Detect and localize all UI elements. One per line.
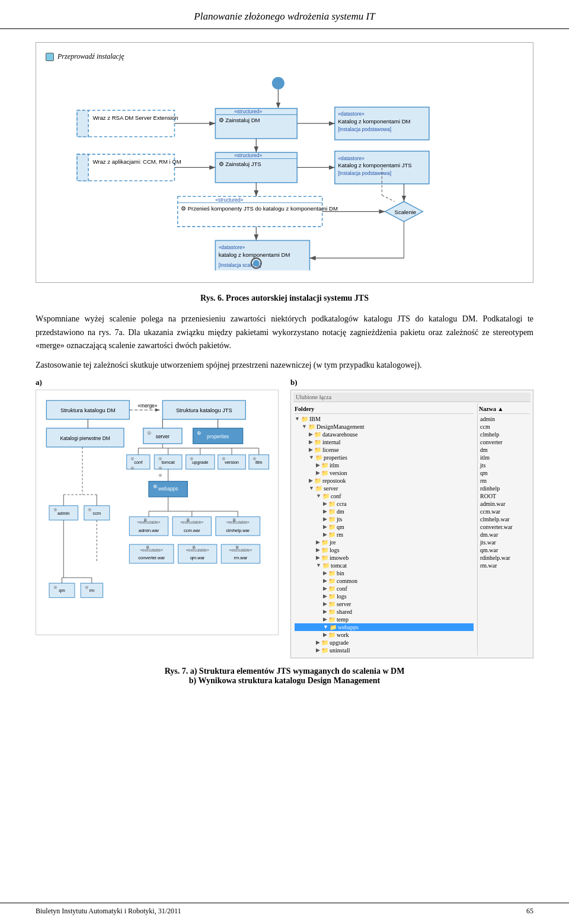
- list-item[interactable]: ▶ 📁 license: [295, 446, 474, 454]
- expand-icon[interactable]: ▶: [309, 447, 313, 453]
- name-item[interactable]: rdinhelp.war: [479, 554, 529, 562]
- expand-icon[interactable]: ▶: [316, 647, 320, 653]
- tree-section: Foldery ▼ 📁 IBM ▼ 📁 DesignManagement: [293, 403, 530, 655]
- list-item[interactable]: ▶ 📁 shared: [295, 608, 474, 616]
- expand-icon[interactable]: ▶: [323, 608, 327, 614]
- name-item[interactable]: clmhelp.war: [479, 515, 529, 523]
- expand-icon[interactable]: ▼: [302, 423, 307, 429]
- name-item[interactable]: rm.war: [479, 562, 529, 569]
- folder-icon: 📁: [321, 547, 328, 553]
- expand-icon[interactable]: ▶: [323, 570, 327, 576]
- name-item[interactable]: qm.war: [479, 546, 529, 554]
- list-item[interactable]: ▶ 📁 datawarehouse: [295, 431, 474, 438]
- expand-icon[interactable]: ▼: [323, 624, 328, 630]
- tree-label: shared: [337, 608, 352, 615]
- list-item[interactable]: ▶ 📁 qm: [295, 523, 474, 531]
- expand-icon[interactable]: ▶: [316, 470, 320, 476]
- list-item[interactable]: ▶ 📁 logs: [295, 592, 474, 600]
- list-item[interactable]: ▶ 📁 common: [295, 577, 474, 585]
- list-item[interactable]: ▼ 📁 tomcat: [295, 562, 474, 569]
- tree-label: imoweb: [330, 555, 349, 561]
- expand-icon[interactable]: ▶: [323, 601, 327, 607]
- name-item[interactable]: converter.war: [479, 523, 529, 531]
- list-item[interactable]: ▼ 📁 server: [295, 485, 474, 492]
- name-item[interactable]: dm: [479, 446, 529, 454]
- expand-icon[interactable]: ▼: [295, 416, 300, 422]
- name-item[interactable]: ccm: [479, 423, 529, 431]
- expand-icon[interactable]: ▼: [316, 562, 321, 568]
- expand-icon[interactable]: ▶: [323, 508, 327, 514]
- expand-icon[interactable]: ▼: [309, 454, 314, 460]
- svg-text:qm.war: qm.war: [190, 555, 205, 560]
- expand-icon[interactable]: ▶: [323, 632, 327, 638]
- expand-icon[interactable]: ▶: [316, 462, 320, 468]
- list-item[interactable]: ▶ 📁 conf: [295, 585, 474, 592]
- col-a-label: a): [36, 378, 279, 387]
- list-item[interactable]: ▶ 📁 temp: [295, 616, 474, 623]
- list-item[interactable]: ▶ 📁 dm: [295, 508, 474, 515]
- expand-icon[interactable]: ▶: [323, 531, 327, 537]
- list-item[interactable]: ▼ 📁 IBM: [295, 415, 474, 423]
- expand-icon[interactable]: ▶: [316, 555, 320, 560]
- expand-icon[interactable]: ▶: [323, 524, 327, 530]
- name-item[interactable]: ROOT: [479, 492, 529, 500]
- list-item[interactable]: ▶ 📁 jts: [295, 515, 474, 523]
- name-item[interactable]: clmhelp: [479, 431, 529, 438]
- name-item[interactable]: ccm.war: [479, 508, 529, 515]
- expand-icon[interactable]: ▶: [309, 439, 313, 445]
- expand-icon[interactable]: ▶: [323, 585, 327, 591]
- list-item[interactable]: ▶ 📁 bin: [295, 569, 474, 577]
- expand-icon[interactable]: ▶: [316, 547, 320, 553]
- svg-text:⊕: ⊕: [147, 430, 152, 436]
- svg-text:🗎: 🗎: [146, 545, 150, 549]
- expand-icon[interactable]: ▶: [323, 593, 327, 599]
- name-item[interactable]: admin: [479, 415, 529, 423]
- list-item[interactable]: ▶ 📁 jre: [295, 539, 474, 546]
- name-item[interactable]: rm: [479, 477, 529, 485]
- svg-text:server: server: [156, 434, 170, 439]
- list-item[interactable]: ▶ 📁 internal: [295, 438, 474, 446]
- svg-text:[Instalacja podstawowa]: [Instalacja podstawowa]: [338, 170, 391, 176]
- list-item[interactable]: ▶ 📁 upgrade: [295, 639, 474, 646]
- folder-icon: 📁: [328, 570, 335, 576]
- expand-icon[interactable]: ▶: [316, 639, 320, 645]
- name-item[interactable]: qm: [479, 469, 529, 477]
- name-item[interactable]: itlm: [479, 454, 529, 461]
- list-item[interactable]: ▶ 📁 work: [295, 631, 474, 639]
- expand-icon[interactable]: ▼: [316, 493, 321, 499]
- list-item-selected[interactable]: ▼ 📁 webapps: [295, 623, 474, 631]
- expand-icon[interactable]: ▶: [309, 477, 313, 483]
- list-item[interactable]: ▶ 📁 ccra: [295, 500, 474, 508]
- list-item[interactable]: ▶ 📁 imoweb: [295, 554, 474, 562]
- list-item[interactable]: ▶ 📁 logs: [295, 546, 474, 554]
- name-item[interactable]: jts.war: [479, 539, 529, 546]
- list-item[interactable]: ▶ 📁 itlm: [295, 461, 474, 469]
- list-item[interactable]: ▼ 📁 conf: [295, 492, 474, 500]
- expand-icon[interactable]: ▼: [309, 485, 314, 491]
- tree-label: server: [337, 601, 351, 607]
- page-header: Planowanie złożonego wdrożenia systemu I…: [0, 0, 569, 29]
- name-item[interactable]: rdinhelp: [479, 485, 529, 492]
- expand-icon[interactable]: ▶: [323, 501, 327, 506]
- list-item[interactable]: ▶ 📁 server: [295, 600, 474, 608]
- list-item[interactable]: ▼ 📁 properties: [295, 454, 474, 461]
- name-item[interactable]: converter: [479, 438, 529, 446]
- list-item[interactable]: ▶ 📁 rm: [295, 531, 474, 539]
- figure7-caption-line1: Rys. 7. a) Struktura elementów JTS wymag…: [36, 667, 533, 676]
- folder-icon: 📁: [330, 624, 337, 630]
- list-item[interactable]: ▶ 📁 repostook: [295, 477, 474, 485]
- list-item[interactable]: ▶ 📁 version: [295, 469, 474, 477]
- name-item[interactable]: admin.war: [479, 500, 529, 508]
- list-item[interactable]: ▼ 📁 DesignManagement: [295, 423, 474, 431]
- expand-icon[interactable]: ▶: [309, 431, 313, 437]
- name-item[interactable]: dm.war: [479, 531, 529, 539]
- name-item[interactable]: jts: [479, 461, 529, 469]
- expand-icon[interactable]: ▶: [323, 516, 327, 522]
- expand-icon[interactable]: ▶: [323, 578, 327, 584]
- list-item[interactable]: ▶ 📁 uninstall: [295, 646, 474, 654]
- svg-text:Wraz z aplikacjami: CCM, RM i : Wraz z aplikacjami: CCM, RM i QM: [93, 158, 181, 165]
- expand-icon[interactable]: ▶: [323, 616, 327, 622]
- svg-text:katalog z komponentami DM: katalog z komponentami DM: [219, 251, 290, 258]
- svg-text:«structured»: «structured»: [234, 109, 262, 114]
- expand-icon[interactable]: ▶: [316, 539, 320, 545]
